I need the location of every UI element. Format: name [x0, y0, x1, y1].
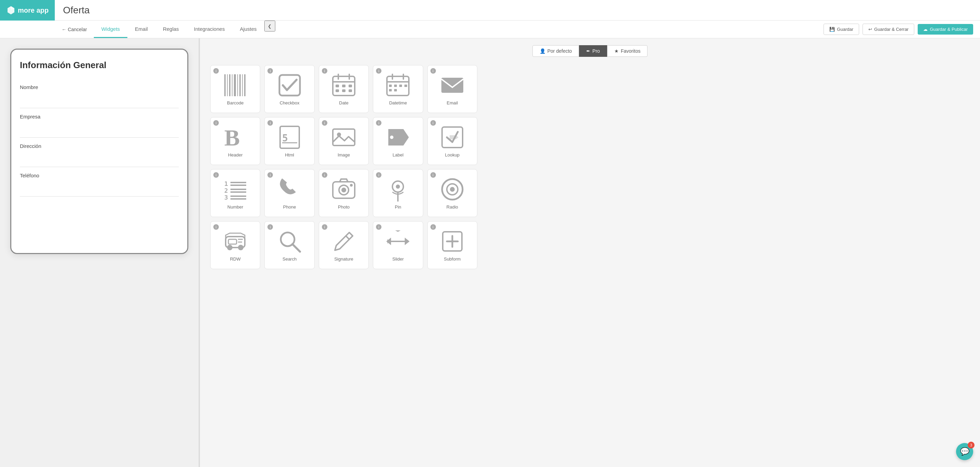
pin-label: Pin: [395, 204, 401, 210]
main-header: Oferta: [55, 0, 980, 21]
field-input-nombre[interactable]: [20, 93, 179, 102]
svg-point-39: [390, 136, 393, 139]
svg-rect-19: [336, 89, 339, 92]
page-title: Oferta: [63, 5, 90, 16]
widget-barcode[interactable]: i Barcode: [210, 65, 260, 113]
info-icon-image: i: [322, 120, 327, 125]
logo: more app: [6, 5, 49, 15]
nav-bar: ← Cancelar Widgets Email Reglas Integrac…: [0, 21, 980, 38]
number-label: Number: [228, 204, 243, 210]
svg-text:B: B: [224, 125, 240, 149]
tab-email[interactable]: Email: [127, 21, 156, 38]
widget-header[interactable]: i B Header: [210, 117, 260, 165]
svg-rect-26: [389, 84, 392, 87]
widget-email[interactable]: i Email: [427, 65, 477, 113]
chat-button[interactable]: 💬 3: [956, 443, 973, 460]
info-icon-photo: i: [322, 172, 327, 178]
photo-label: Photo: [338, 204, 350, 210]
publish-icon: ☁: [923, 27, 928, 32]
widget-subform[interactable]: i Subform: [427, 221, 477, 269]
info-icon-html: i: [267, 120, 273, 125]
widget-phone[interactable]: i Phone: [264, 169, 314, 217]
rdw-label: RDW: [230, 256, 241, 262]
widget-datetime[interactable]: i Datetime: [373, 65, 423, 113]
svg-rect-7: [237, 74, 238, 96]
barcode-icon: [223, 73, 248, 98]
svg-rect-29: [404, 84, 407, 87]
save-close-button[interactable]: ↩ Guardar & Cerrar: [862, 24, 914, 35]
widget-image[interactable]: i Image: [319, 117, 369, 165]
field-input-empresa[interactable]: [20, 122, 179, 132]
svg-rect-18: [348, 84, 352, 87]
slider-icon: [385, 229, 410, 254]
info-icon-radio: i: [430, 172, 436, 178]
lookup-label: Lookup: [445, 152, 460, 157]
form-field-empresa: Empresa: [20, 108, 179, 138]
logo-label: more app: [18, 6, 49, 14]
filter-pro[interactable]: ✒ Pro: [579, 45, 607, 57]
info-icon-rdw: i: [213, 224, 219, 230]
widget-checkbox[interactable]: i Checkbox: [264, 65, 314, 113]
info-icon-phone: i: [267, 172, 273, 178]
widget-search[interactable]: i Search: [264, 221, 314, 269]
svg-rect-6: [234, 74, 236, 96]
widget-lookup[interactable]: i Lookup: [427, 117, 477, 165]
info-icon-date: i: [322, 68, 327, 74]
tab-integraciones[interactable]: Integraciones: [186, 21, 232, 38]
nav-actions: 💾 Guardar ↩ Guardar & Cerrar ☁ Guardar &…: [817, 21, 980, 38]
signature-icon: [331, 229, 356, 254]
filter-favoritos[interactable]: ★ Favoritos: [607, 45, 648, 57]
rdw-icon: [223, 229, 248, 254]
svg-text:2: 2: [224, 187, 228, 194]
form-field-direccion: Dirección: [20, 138, 179, 167]
widget-grid: i Barcode i Checkbox i: [210, 65, 477, 269]
datetime-icon: [385, 73, 410, 98]
widget-signature[interactable]: i Signature: [319, 221, 369, 269]
widget-label[interactable]: i Label: [373, 117, 423, 165]
svg-rect-4: [229, 74, 231, 96]
svg-point-55: [396, 184, 400, 189]
info-icon-email: i: [430, 68, 436, 74]
content-area: Información General Nombre Empresa Direc…: [0, 38, 980, 467]
date-label: Date: [339, 100, 348, 105]
filter-por-defecto[interactable]: 👤 Por defecto: [533, 45, 579, 57]
info-icon-header: i: [213, 120, 219, 125]
widget-photo[interactable]: i Photo: [319, 169, 369, 217]
cancel-button[interactable]: ← Cancelar: [55, 21, 94, 38]
widget-rdw[interactable]: i RDW: [210, 221, 260, 269]
info-icon-pin: i: [376, 172, 382, 178]
info-icon-label: i: [376, 120, 382, 125]
svg-point-52: [341, 187, 346, 192]
svg-point-61: [238, 245, 243, 250]
svg-marker-75: [386, 238, 391, 245]
widget-date[interactable]: i Date: [319, 65, 369, 113]
svg-rect-27: [394, 84, 397, 87]
field-input-direccion[interactable]: [20, 152, 179, 161]
svg-rect-10: [244, 74, 245, 96]
svg-rect-2: [224, 74, 226, 96]
field-input-telefono[interactable]: [20, 181, 179, 191]
svg-rect-8: [239, 74, 241, 96]
tab-ajustes[interactable]: Ajustes: [232, 21, 264, 38]
widget-pin[interactable]: i Pin: [373, 169, 423, 217]
widget-slider[interactable]: i Slider: [373, 221, 423, 269]
date-icon: [331, 73, 356, 98]
widget-number[interactable]: i 1 2 3 Nu: [210, 169, 260, 217]
widget-html[interactable]: i 5 Html: [264, 117, 314, 165]
save-publish-button[interactable]: ☁ Guardar & Publicar: [918, 24, 973, 35]
info-icon-number: i: [213, 172, 219, 178]
info-icon-lookup: i: [430, 120, 436, 125]
subform-label: Subform: [444, 256, 461, 262]
svg-rect-17: [342, 84, 345, 87]
svg-text:1: 1: [224, 180, 228, 187]
phone-preview: Información General Nombre Empresa Direc…: [10, 49, 188, 254]
widget-radio[interactable]: i Radio: [427, 169, 477, 217]
tab-widgets[interactable]: Widgets: [94, 21, 127, 38]
svg-rect-37: [333, 129, 355, 146]
collapse-button[interactable]: ❮: [264, 21, 275, 32]
save-button[interactable]: 💾 Guardar: [824, 24, 859, 35]
tab-reglas[interactable]: Reglas: [156, 21, 187, 38]
sidebar-header: more app: [0, 0, 55, 21]
form-field-telefono: Teléfono: [20, 167, 179, 197]
save-icon: 💾: [829, 27, 835, 32]
